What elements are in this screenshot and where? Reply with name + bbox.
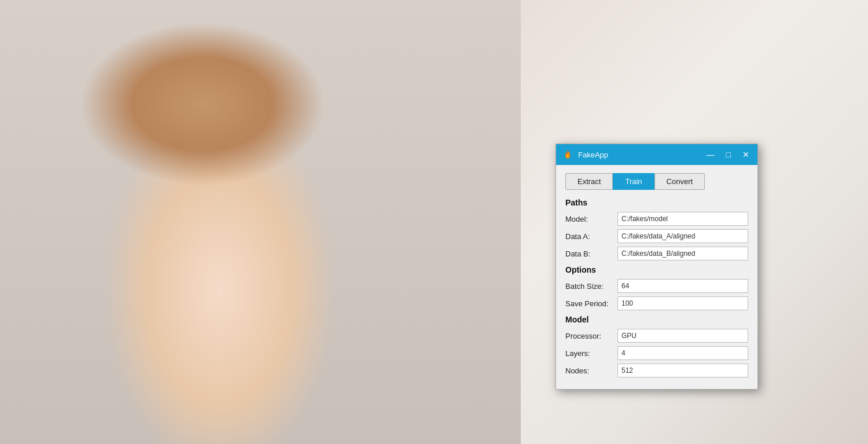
processor-field-row: Processor: xyxy=(565,329,748,343)
nodes-field-row: Nodes: xyxy=(565,364,748,377)
window-title: FakeApp xyxy=(578,151,704,159)
minimize-button[interactable]: — xyxy=(704,149,717,160)
processor-label: Processor: xyxy=(565,332,617,340)
tab-bar: Extract Train Convert xyxy=(565,173,748,190)
tab-convert[interactable]: Convert xyxy=(654,173,705,190)
data-b-label: Data B: xyxy=(565,249,617,258)
app-icon xyxy=(562,149,573,160)
app-window: FakeApp — □ ✕ Extract Train Convert Path… xyxy=(556,144,758,390)
title-bar: FakeApp — □ ✕ xyxy=(556,144,757,165)
nodes-label: Nodes: xyxy=(565,366,617,375)
maximize-button[interactable]: □ xyxy=(724,149,733,160)
nodes-input[interactable] xyxy=(617,364,748,377)
save-period-input[interactable] xyxy=(617,296,748,310)
processor-input[interactable] xyxy=(617,329,748,343)
layers-field-row: Layers: xyxy=(565,346,748,360)
batch-size-field-row: Batch Size: xyxy=(565,279,748,293)
data-b-field-row: Data B: xyxy=(565,247,748,260)
save-period-label: Save Period: xyxy=(565,299,617,308)
save-period-field-row: Save Period: xyxy=(565,296,748,310)
person-background xyxy=(0,0,521,444)
model-field-row: Model: xyxy=(565,212,748,226)
window-controls: — □ ✕ xyxy=(704,149,752,160)
data-a-field-row: Data A: xyxy=(565,229,748,243)
tab-extract[interactable]: Extract xyxy=(565,173,613,190)
batch-size-input[interactable] xyxy=(617,279,748,293)
layers-label: Layers: xyxy=(565,349,617,358)
options-section-header: Options xyxy=(565,265,748,274)
layers-input[interactable] xyxy=(617,346,748,360)
model-label: Model: xyxy=(565,215,617,223)
tab-train[interactable]: Train xyxy=(613,173,654,190)
data-a-label: Data A: xyxy=(565,232,617,241)
window-content: Extract Train Convert Paths Model: Data … xyxy=(556,165,757,389)
paths-section-header: Paths xyxy=(565,198,748,207)
data-a-input[interactable] xyxy=(617,229,748,243)
batch-size-label: Batch Size: xyxy=(565,282,617,291)
close-button[interactable]: ✕ xyxy=(740,149,752,160)
model-input[interactable] xyxy=(617,212,748,226)
model-section-header: Model xyxy=(565,315,748,324)
data-b-input[interactable] xyxy=(617,247,748,260)
